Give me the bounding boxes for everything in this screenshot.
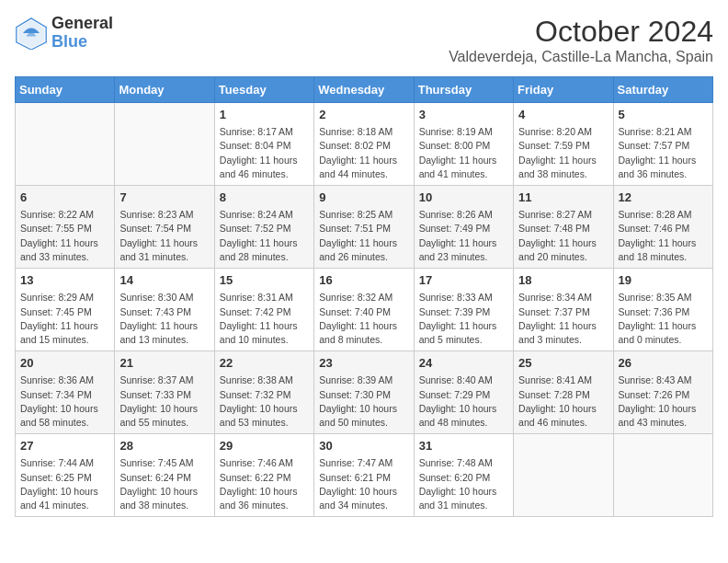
day-info: Sunrise: 8:32 AM Sunset: 7:40 PM Dayligh… xyxy=(319,291,408,347)
calendar-cell: 18Sunrise: 8:34 AM Sunset: 7:37 PM Dayli… xyxy=(514,269,613,351)
day-info: Sunrise: 8:37 AM Sunset: 7:33 PM Dayligh… xyxy=(119,373,209,430)
day-number: 26 xyxy=(619,355,708,372)
calendar-cell: 8Sunrise: 8:24 AM Sunset: 7:52 PM Daylig… xyxy=(214,186,313,269)
calendar-week-row: 13Sunrise: 8:29 AM Sunset: 7:45 PM Dayli… xyxy=(16,269,713,351)
weekday-header-friday: Friday xyxy=(514,77,613,103)
day-number: 15 xyxy=(220,272,309,289)
day-info: Sunrise: 8:23 AM Sunset: 7:54 PM Dayligh… xyxy=(119,208,209,264)
day-info: Sunrise: 7:45 AM Sunset: 6:24 PM Dayligh… xyxy=(119,456,209,512)
calendar-cell: 13Sunrise: 8:29 AM Sunset: 7:45 PM Dayli… xyxy=(16,269,115,351)
day-number: 13 xyxy=(20,272,109,289)
day-number: 5 xyxy=(619,107,708,123)
day-number: 29 xyxy=(220,438,309,454)
day-number: 12 xyxy=(619,190,708,206)
calendar-cell: 26Sunrise: 8:43 AM Sunset: 7:26 PM Dayli… xyxy=(613,351,712,434)
day-number: 28 xyxy=(119,438,209,454)
calendar-cell: 1Sunrise: 8:17 AM Sunset: 8:04 PM Daylig… xyxy=(214,103,313,186)
day-number: 20 xyxy=(20,355,109,372)
calendar-cell: 19Sunrise: 8:35 AM Sunset: 7:36 PM Dayli… xyxy=(613,269,712,351)
weekday-header-wednesday: Wednesday xyxy=(314,77,414,103)
day-info: Sunrise: 8:30 AM Sunset: 7:43 PM Dayligh… xyxy=(119,291,209,347)
weekday-header-tuesday: Tuesday xyxy=(214,77,313,103)
day-info: Sunrise: 8:36 AM Sunset: 7:34 PM Dayligh… xyxy=(20,373,109,430)
calendar-cell: 10Sunrise: 8:26 AM Sunset: 7:49 PM Dayli… xyxy=(414,186,513,269)
day-info: Sunrise: 7:47 AM Sunset: 6:21 PM Dayligh… xyxy=(319,456,408,512)
weekday-header-sunday: Sunday xyxy=(16,77,115,103)
calendar-cell: 12Sunrise: 8:28 AM Sunset: 7:46 PM Dayli… xyxy=(613,186,712,269)
calendar-week-row: 6Sunrise: 8:22 AM Sunset: 7:55 PM Daylig… xyxy=(16,186,713,269)
day-info: Sunrise: 8:26 AM Sunset: 7:49 PM Dayligh… xyxy=(419,208,508,264)
calendar-cell: 14Sunrise: 8:30 AM Sunset: 7:43 PM Dayli… xyxy=(115,269,214,351)
day-number: 1 xyxy=(220,107,309,123)
calendar-cell: 2Sunrise: 8:18 AM Sunset: 8:02 PM Daylig… xyxy=(314,103,414,186)
day-info: Sunrise: 8:19 AM Sunset: 8:00 PM Dayligh… xyxy=(419,125,508,181)
calendar-week-row: 1Sunrise: 8:17 AM Sunset: 8:04 PM Daylig… xyxy=(16,103,713,186)
logo-icon xyxy=(15,17,48,50)
calendar-cell: 25Sunrise: 8:41 AM Sunset: 7:28 PM Dayli… xyxy=(514,351,613,434)
day-number: 31 xyxy=(419,438,508,454)
day-number: 30 xyxy=(319,438,408,454)
calendar-cell xyxy=(613,434,712,517)
day-info: Sunrise: 8:24 AM Sunset: 7:52 PM Dayligh… xyxy=(220,208,309,264)
weekday-header-thursday: Thursday xyxy=(414,77,513,103)
calendar-cell: 5Sunrise: 8:21 AM Sunset: 7:57 PM Daylig… xyxy=(613,103,712,186)
day-info: Sunrise: 7:44 AM Sunset: 6:25 PM Dayligh… xyxy=(20,456,109,512)
calendar-cell: 27Sunrise: 7:44 AM Sunset: 6:25 PM Dayli… xyxy=(16,434,115,517)
day-number: 4 xyxy=(518,107,608,123)
day-number: 16 xyxy=(319,272,408,289)
calendar-week-row: 20Sunrise: 8:36 AM Sunset: 7:34 PM Dayli… xyxy=(16,351,713,434)
day-info: Sunrise: 8:25 AM Sunset: 7:51 PM Dayligh… xyxy=(319,208,408,264)
day-number: 19 xyxy=(619,272,708,289)
day-info: Sunrise: 7:48 AM Sunset: 6:20 PM Dayligh… xyxy=(419,456,508,512)
calendar-header-row: SundayMondayTuesdayWednesdayThursdayFrid… xyxy=(16,77,713,103)
calendar-cell: 29Sunrise: 7:46 AM Sunset: 6:22 PM Dayli… xyxy=(214,434,313,517)
calendar-cell: 28Sunrise: 7:45 AM Sunset: 6:24 PM Dayli… xyxy=(115,434,214,517)
day-number: 21 xyxy=(119,355,209,372)
calendar-week-row: 27Sunrise: 7:44 AM Sunset: 6:25 PM Dayli… xyxy=(16,434,713,517)
calendar-cell: 30Sunrise: 7:47 AM Sunset: 6:21 PM Dayli… xyxy=(314,434,414,517)
day-info: Sunrise: 8:20 AM Sunset: 7:59 PM Dayligh… xyxy=(518,125,608,181)
day-info: Sunrise: 8:29 AM Sunset: 7:45 PM Dayligh… xyxy=(20,291,109,347)
day-number: 25 xyxy=(518,355,608,372)
calendar-cell: 23Sunrise: 8:39 AM Sunset: 7:30 PM Dayli… xyxy=(314,351,414,434)
calendar-cell: 4Sunrise: 8:20 AM Sunset: 7:59 PM Daylig… xyxy=(514,103,613,186)
weekday-header-monday: Monday xyxy=(115,77,214,103)
calendar-cell: 22Sunrise: 8:38 AM Sunset: 7:32 PM Dayli… xyxy=(214,351,313,434)
calendar-cell xyxy=(16,103,115,186)
logo: General Blue xyxy=(15,15,113,52)
day-number: 18 xyxy=(518,272,608,289)
calendar-cell: 3Sunrise: 8:19 AM Sunset: 8:00 PM Daylig… xyxy=(414,103,513,186)
day-number: 14 xyxy=(119,272,209,289)
day-number: 6 xyxy=(20,190,109,206)
calendar-cell: 21Sunrise: 8:37 AM Sunset: 7:33 PM Dayli… xyxy=(115,351,214,434)
day-number: 10 xyxy=(419,190,508,206)
day-number: 11 xyxy=(518,190,608,206)
logo-general-text: General xyxy=(51,15,113,33)
calendar-cell: 17Sunrise: 8:33 AM Sunset: 7:39 PM Dayli… xyxy=(414,269,513,351)
day-info: Sunrise: 7:46 AM Sunset: 6:22 PM Dayligh… xyxy=(220,456,309,512)
day-info: Sunrise: 8:39 AM Sunset: 7:30 PM Dayligh… xyxy=(319,373,408,430)
day-number: 2 xyxy=(319,107,408,123)
weekday-header-saturday: Saturday xyxy=(613,77,712,103)
day-info: Sunrise: 8:40 AM Sunset: 7:29 PM Dayligh… xyxy=(419,373,508,430)
calendar-cell: 7Sunrise: 8:23 AM Sunset: 7:54 PM Daylig… xyxy=(115,186,214,269)
day-info: Sunrise: 8:22 AM Sunset: 7:55 PM Dayligh… xyxy=(20,208,109,264)
calendar-cell: 20Sunrise: 8:36 AM Sunset: 7:34 PM Dayli… xyxy=(16,351,115,434)
day-info: Sunrise: 8:17 AM Sunset: 8:04 PM Dayligh… xyxy=(220,125,309,181)
day-info: Sunrise: 8:43 AM Sunset: 7:26 PM Dayligh… xyxy=(619,373,708,430)
calendar-cell: 11Sunrise: 8:27 AM Sunset: 7:48 PM Dayli… xyxy=(514,186,613,269)
day-info: Sunrise: 8:27 AM Sunset: 7:48 PM Dayligh… xyxy=(518,208,608,264)
calendar-table: SundayMondayTuesdayWednesdayThursdayFrid… xyxy=(15,76,713,517)
calendar-cell: 9Sunrise: 8:25 AM Sunset: 7:51 PM Daylig… xyxy=(314,186,414,269)
day-info: Sunrise: 8:18 AM Sunset: 8:02 PM Dayligh… xyxy=(319,125,408,181)
day-number: 17 xyxy=(419,272,508,289)
logo-text: General Blue xyxy=(51,15,113,52)
day-number: 3 xyxy=(419,107,508,123)
day-number: 9 xyxy=(319,190,408,206)
day-number: 27 xyxy=(20,438,109,454)
title-block: October 2024 Valdeverdeja, Castille-La M… xyxy=(449,15,713,65)
day-number: 23 xyxy=(319,355,408,372)
day-number: 7 xyxy=(119,190,209,206)
calendar-cell: 16Sunrise: 8:32 AM Sunset: 7:40 PM Dayli… xyxy=(314,269,414,351)
calendar-cell: 31Sunrise: 7:48 AM Sunset: 6:20 PM Dayli… xyxy=(414,434,513,517)
